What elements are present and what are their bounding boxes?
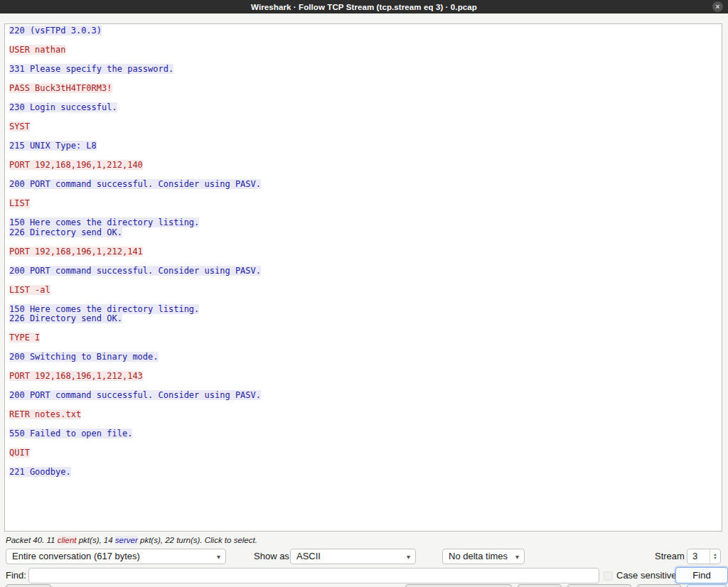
status-text: pkt(s), 14 [77, 536, 115, 544]
stream-chunk-text: 550 Failed to open file. [9, 429, 132, 438]
stream-chunk-text: PORT 192,168,196,1,212,143 [9, 371, 143, 381]
chevron-down-icon: ▾ [407, 549, 410, 564]
stream-chunk-text: 200 Switching to Binary mode. [9, 352, 159, 362]
bottom-partial-button[interactable] [518, 584, 562, 587]
stream-chunk-text: 150 Here comes the directory listing. 22… [9, 304, 199, 324]
stream-chunk-text: PORT 192,168,196,1,212,141 [9, 247, 143, 257]
delta-times-select-value: No delta times [449, 551, 508, 561]
stream-chunk-client[interactable]: PORT 192,168,196,1,212,140 [9, 161, 717, 171]
status-client-word: client [58, 536, 77, 544]
title-bar: Wireshark · Follow TCP Stream (tcp.strea… [0, 0, 728, 14]
stream-chunk-client[interactable]: PORT 192,168,196,1,212,143 [9, 372, 717, 382]
stream-chunk-text: 331 Please specify the password. [9, 64, 173, 74]
bottom-partial-button[interactable] [637, 584, 681, 587]
stream-chunk-text: 230 Login successful. [9, 102, 117, 112]
stream-chunk-text: LIST -al [9, 285, 50, 295]
delta-times-select[interactable]: No delta times ▾ [442, 549, 525, 564]
stream-chunk-text: 150 Here comes the directory listing. 22… [9, 217, 199, 237]
status-server-word: server [115, 536, 138, 544]
stream-number-value: 3 [687, 549, 710, 564]
stream-chunk-text: PASS Buck3tH4TF0RM3! [9, 83, 112, 93]
bottom-partial-button[interactable] [405, 584, 512, 587]
stream-chunk-server[interactable]: 221 Goodbye. [9, 468, 717, 478]
bottom-partial-button[interactable] [567, 584, 631, 587]
find-next-label: Find [692, 570, 710, 581]
stream-chunk-text: QUIT [9, 448, 30, 458]
stream-chunk-client[interactable]: PORT 192,168,196,1,212,141 [9, 247, 717, 257]
stream-chunk-server[interactable]: 200 Switching to Binary mode. [9, 352, 717, 362]
stream-chunk-server[interactable]: 331 Please specify the password. [9, 65, 717, 75]
chevron-down-icon: ▾ [217, 549, 220, 564]
find-label: Find: [6, 568, 26, 583]
spinner-down-icon[interactable]: ▼ [713, 556, 717, 560]
show-as-select[interactable]: ASCII ▾ [290, 549, 416, 564]
show-as-label: Show as [254, 549, 289, 564]
stream-chunk-server[interactable]: 550 Failed to open file. [9, 429, 717, 439]
packet-status-line: Packet 40. 11 client pkt(s), 14 server p… [6, 536, 257, 544]
find-input[interactable] [28, 568, 599, 583]
bottom-partial-button[interactable] [6, 584, 51, 587]
stream-chunk-client[interactable]: PASS Buck3tH4TF0RM3! [9, 84, 717, 94]
show-as-select-value: ASCII [296, 551, 321, 561]
stream-chunk-client[interactable]: TYPE I [9, 333, 717, 343]
close-icon[interactable]: × [712, 1, 723, 12]
stream-chunk-server[interactable]: 200 PORT command successful. Consider us… [9, 266, 717, 276]
conversation-select[interactable]: Entire conversation (617 bytes) ▾ [6, 549, 226, 564]
stream-number-spinner[interactable]: 3 ▲ ▼ [687, 549, 721, 564]
stream-content: 220 (vsFTPd 3.0.3)USER nathan331 Please … [9, 26, 717, 478]
stream-chunk-client[interactable]: LIST [9, 199, 717, 209]
stream-chunk-text: LIST [9, 198, 30, 208]
stream-chunk-server[interactable]: 215 UNIX Type: L8 [9, 141, 717, 151]
stream-chunk-client[interactable]: LIST -al [9, 286, 717, 296]
stream-chunk-client[interactable]: RETR notes.txt [9, 410, 717, 420]
stream-chunk-text: USER nathan [9, 45, 65, 55]
stream-chunk-text: 200 PORT command successful. Consider us… [9, 266, 261, 276]
stream-panel[interactable]: 220 (vsFTPd 3.0.3)USER nathan331 Please … [4, 23, 722, 532]
stream-chunk-server[interactable]: 200 PORT command successful. Consider us… [9, 180, 717, 190]
case-sensitive-checkbox[interactable] [604, 571, 613, 581]
find-next-button[interactable]: Find Next [675, 567, 728, 583]
stream-label: Stream [655, 549, 685, 564]
stream-chunk-server[interactable]: 230 Login successful. [9, 103, 717, 113]
window-title: Wireshark · Follow TCP Stream (tcp.strea… [251, 3, 477, 11]
stream-chunk-server[interactable]: 150 Here comes the directory listing. 22… [9, 218, 717, 237]
stream-chunk-text: SYST [9, 122, 30, 131]
stream-chunk-text: 221 Goodbye. [9, 467, 71, 477]
stream-chunk-text: 200 PORT command successful. Consider us… [9, 390, 261, 400]
stream-chunk-server[interactable]: 200 PORT command successful. Consider us… [9, 391, 717, 401]
bottom-partial-button[interactable] [687, 584, 727, 587]
stream-chunk-client[interactable]: SYST [9, 122, 717, 132]
stream-chunk-server[interactable]: 150 Here comes the directory listing. 22… [9, 305, 717, 324]
stream-chunk-client[interactable]: QUIT [9, 448, 717, 458]
case-sensitive-label: Case sensitive [616, 568, 677, 583]
stream-chunk-text: RETR notes.txt [9, 409, 81, 419]
stream-chunk-server[interactable]: 220 (vsFTPd 3.0.3) [9, 26, 717, 36]
stream-chunk-client[interactable]: USER nathan [9, 45, 717, 55]
stream-chunk-text: PORT 192,168,196,1,212,140 [9, 160, 143, 170]
stream-chunk-text: 220 (vsFTPd 3.0.3) [9, 26, 102, 36]
status-text: Packet 40. 11 [6, 536, 58, 544]
stream-chunk-text: 200 PORT command successful. Consider us… [9, 179, 261, 189]
conversation-select-value: Entire conversation (617 bytes) [12, 551, 140, 561]
stream-chunk-text: TYPE I [9, 333, 40, 343]
status-text: pkt(s), 22 turn(s). Click to select. [138, 536, 257, 544]
chevron-down-icon: ▾ [515, 549, 519, 564]
spinner-arrows[interactable]: ▲ ▼ [710, 549, 720, 564]
stream-chunk-text: 215 UNIX Type: L8 [9, 141, 97, 151]
